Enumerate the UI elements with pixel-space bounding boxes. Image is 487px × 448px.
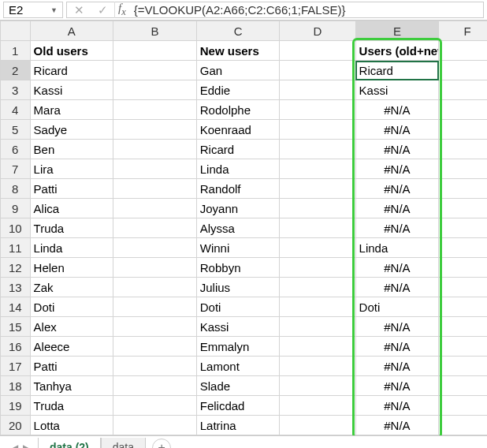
cell-D10[interactable] [280,218,355,238]
col-header-F[interactable]: F [439,21,487,41]
cell-A10[interactable]: Truda [30,218,113,238]
cell-E3[interactable]: Kassi [355,80,439,100]
cell-D16[interactable] [280,337,355,357]
cell-B5[interactable] [113,120,197,140]
cell-A18[interactable]: Tanhya [30,376,113,396]
cell-D15[interactable] [280,317,355,337]
cell-E12[interactable]: #N/A [355,258,439,278]
cell-B7[interactable] [113,159,197,179]
cell-D18[interactable] [280,376,355,396]
cell-D1[interactable] [280,41,355,61]
cell-B16[interactable] [113,337,197,357]
cell-D17[interactable] [280,357,355,376]
cell-F11[interactable] [439,238,487,258]
col-header-B[interactable]: B [113,21,197,41]
cell-F3[interactable] [439,80,487,100]
cell-D11[interactable] [280,238,355,258]
cell-D2[interactable] [280,61,355,80]
row-header-19[interactable]: 19 [1,396,31,416]
col-header-E[interactable]: E [355,21,439,41]
cell-A19[interactable]: Truda [30,396,113,416]
cell-A11[interactable]: Linda [30,238,113,258]
cell-F7[interactable] [439,159,487,179]
cell-A1[interactable]: Old users [30,41,113,61]
cell-A12[interactable]: Helen [30,258,113,278]
cell-B9[interactable] [113,199,197,218]
add-sheet-button[interactable]: + [152,439,171,449]
cell-D8[interactable] [280,179,355,199]
cell-B4[interactable] [113,100,197,120]
cell-A7[interactable]: Lira [30,159,113,179]
cell-B2[interactable] [113,61,197,80]
cell-B6[interactable] [113,140,197,159]
cell-E20[interactable]: #N/A [355,416,439,435]
cell-C4[interactable]: Rodolphe [196,100,280,120]
cell-E11[interactable]: Linda [355,238,439,258]
cell-A14[interactable]: Doti [30,297,113,317]
cell-E13[interactable]: #N/A [355,278,439,297]
cell-E10[interactable]: #N/A [355,218,439,238]
row-header-7[interactable]: 7 [1,159,31,179]
cell-A9[interactable]: Alica [30,199,113,218]
cell-F6[interactable] [439,140,487,159]
row-header-5[interactable]: 5 [1,120,31,140]
cell-F20[interactable] [439,416,487,435]
chevron-down-icon[interactable]: ▼ [50,6,58,14]
cell-E1[interactable]: Users (old+new) [355,41,439,61]
cell-C13[interactable]: Julius [196,278,280,297]
cell-D5[interactable] [280,120,355,140]
cell-C1[interactable]: New users [196,41,280,61]
cell-A5[interactable]: Sadye [30,120,113,140]
cell-C8[interactable]: Randolf [196,179,280,199]
cell-F14[interactable] [439,297,487,317]
row-header-20[interactable]: 20 [1,416,31,435]
cell-C3[interactable]: Eddie [196,80,280,100]
cell-D14[interactable] [280,297,355,317]
cell-C19[interactable]: Felicdad [196,396,280,416]
cell-C9[interactable]: Joyann [196,199,280,218]
cell-C15[interactable]: Kassi [196,317,280,337]
row-header-3[interactable]: 3 [1,80,31,100]
row-header-10[interactable]: 10 [1,218,31,238]
cell-C14[interactable]: Doti [196,297,280,317]
cell-C5[interactable]: Koenraad [196,120,280,140]
col-header-A[interactable]: A [30,21,113,41]
row-header-12[interactable]: 12 [1,258,31,278]
cell-B11[interactable] [113,238,197,258]
row-header-15[interactable]: 15 [1,317,31,337]
cell-B1[interactable] [113,41,197,61]
row-header-6[interactable]: 6 [1,140,31,159]
cell-D20[interactable] [280,416,355,435]
cell-B8[interactable] [113,179,197,199]
cell-A8[interactable]: Patti [30,179,113,199]
cell-F4[interactable] [439,100,487,120]
row-header-8[interactable]: 8 [1,179,31,199]
cell-E17[interactable]: #N/A [355,357,439,376]
cell-C10[interactable]: Alyssa [196,218,280,238]
cell-E5[interactable]: #N/A [355,120,439,140]
cell-D12[interactable] [280,258,355,278]
formula-input[interactable]: {=VLOOKUP(A2:A66;C2:C66;1;FALSE)} [129,3,483,17]
cell-B13[interactable] [113,278,197,297]
cell-A16[interactable]: Aleece [30,337,113,357]
cell-F8[interactable] [439,179,487,199]
cell-F19[interactable] [439,396,487,416]
cell-B17[interactable] [113,357,197,376]
cell-C16[interactable]: Emmalyn [196,337,280,357]
row-header-16[interactable]: 16 [1,337,31,357]
col-header-C[interactable]: C [196,21,280,41]
cell-E2[interactable]: Ricard [355,61,439,80]
cell-A6[interactable]: Ben [30,140,113,159]
cell-B20[interactable] [113,416,197,435]
cell-A15[interactable]: Alex [30,317,113,337]
spreadsheet-grid[interactable]: ABCDEF1Old usersNew usersUsers (old+new)… [0,21,487,435]
cell-A3[interactable]: Kassi [30,80,113,100]
cell-F5[interactable] [439,120,487,140]
confirm-icon[interactable] [91,3,114,17]
cell-F13[interactable] [439,278,487,297]
tab-nav[interactable] [3,442,38,449]
row-header-11[interactable]: 11 [1,238,31,258]
cell-E15[interactable]: #N/A [355,317,439,337]
cell-D13[interactable] [280,278,355,297]
cell-C12[interactable]: Robbyn [196,258,280,278]
